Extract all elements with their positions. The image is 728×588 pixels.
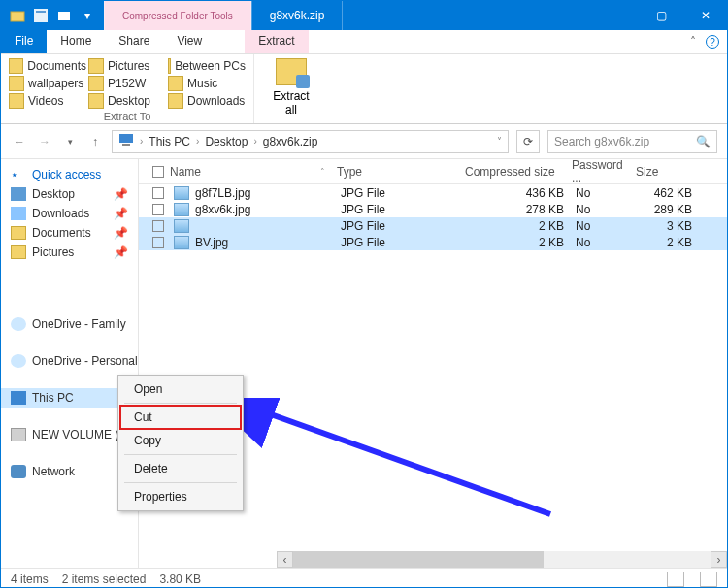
maximize-button[interactable]: ▢ [640,1,683,30]
tab-view[interactable]: View [163,30,215,53]
tree-onedrive-family[interactable]: OneDrive - Family [1,314,138,334]
cell-compressed-size: 2 KB [463,236,570,249]
tree-downloads[interactable]: Downloads📌 [1,204,138,223]
context-menu-copy[interactable]: Copy [120,429,241,452]
row-checkbox[interactable] [152,204,164,215]
tab-share[interactable]: Share [105,30,163,53]
recent-dropdown[interactable]: ▾ [61,133,79,150]
column-size[interactable]: Size [630,165,694,179]
scroll-left-button[interactable]: ‹ [277,551,293,568]
row-checkbox[interactable] [152,220,164,232]
context-menu-delete[interactable]: Delete [120,457,241,480]
ribbon-pin-pictures[interactable]: Pictures [88,58,166,74]
chevron-right-icon[interactable]: › [196,136,199,147]
pin-icon: 📌 [114,245,128,259]
status-selection-size: 3.80 KB [159,572,201,586]
row-checkbox[interactable] [152,237,164,248]
tree-onedrive-personal[interactable]: OneDrive - Personal [1,351,138,371]
ribbon-pin-p152w[interactable]: P152W [88,76,166,91]
breadcrumb-this-pc[interactable]: This PC [149,135,190,148]
extract-all-button[interactable]: Extract all [262,58,320,116]
cell-compressed-size: 436 KB [463,186,570,200]
status-selection-count: 2 items selected [62,572,147,586]
view-details-button[interactable] [667,572,684,587]
ribbon-pin-videos[interactable]: Videos [9,93,86,109]
column-compressed-size[interactable]: Compressed size [459,165,566,179]
address-pc-icon [118,133,134,149]
folder-icon [9,7,26,24]
refresh-button[interactable]: ⟳ [516,130,540,153]
address-bar[interactable]: › This PC › Desktop › g8xv6k.zip ˅ [112,130,509,153]
forward-button[interactable]: → [36,133,53,150]
status-item-count: 4 items [11,572,49,586]
onedrive-icon [11,317,26,331]
table-row[interactable]: BV.jpgJPG File2 KBNo2 KB [139,234,727,250]
ribbon-pin-between-pcs[interactable]: Between PCs [168,58,246,74]
chevron-right-icon[interactable]: › [140,136,143,147]
tab-home[interactable]: Home [47,30,105,53]
tree-documents[interactable]: Documents📌 [1,223,138,243]
tree-pictures[interactable]: Pictures📌 [1,243,138,262]
cell-name: g8f7LB.jpg [168,186,335,200]
drive-icon [11,428,26,441]
select-all-checkbox[interactable] [152,166,164,178]
title-bar: ▾ Compressed Folder Tools g8xv6k.zip ─ ▢… [1,1,727,30]
contextual-tab-compressed: Compressed Folder Tools [104,1,251,30]
ribbon-pin-desktop[interactable]: Desktop [88,93,166,109]
address-dropdown-icon[interactable]: ˅ [497,136,502,147]
column-name[interactable]: Name˄ [164,165,331,179]
chevron-right-icon[interactable]: › [253,136,256,147]
tab-extract[interactable]: Extract [245,30,308,53]
image-file-icon [174,236,189,249]
image-file-icon [174,219,189,233]
close-button[interactable]: ✕ [683,1,727,30]
scroll-right-button[interactable]: › [711,551,727,568]
cell-name: g8xv6k.jpg [168,203,335,216]
documents-icon [11,226,26,240]
sort-asc-icon: ˄ [320,167,325,177]
cell-password: No [570,219,634,233]
column-type[interactable]: Type [331,165,459,179]
up-button[interactable]: ↑ [86,133,104,150]
context-menu-properties[interactable]: Properties [120,485,241,508]
tree-desktop[interactable]: Desktop📌 [1,184,138,204]
table-row[interactable]: g8xv6k.jpgJPG File278 KBNo289 KB [139,201,727,217]
breadcrumb-zip[interactable]: g8xv6k.zip [263,135,318,148]
context-menu-open[interactable]: Open [120,377,241,401]
this-pc-icon [11,391,26,405]
context-menu-separator [124,482,237,483]
table-row[interactable]: g8f7LB.jpgJPG File436 KBNo462 KB [139,184,727,201]
ribbon-collapse-icon[interactable]: ˄ [690,35,696,49]
minimize-button[interactable]: ─ [596,1,640,30]
column-password[interactable]: Password ... [566,159,630,185]
cell-name [168,219,335,233]
row-checkbox[interactable] [152,187,164,199]
view-thumbnails-button[interactable] [700,572,717,587]
help-icon[interactable]: ? [706,35,719,49]
properties-icon[interactable] [32,7,50,24]
ribbon-pin-wallpapers[interactable]: wallpapers [9,76,86,91]
context-menu-cut[interactable]: Cut [120,406,241,429]
star-icon: ⋆ [11,168,26,181]
svg-rect-4 [119,134,133,143]
horizontal-scrollbar[interactable]: ‹ › [277,551,727,568]
qat-dropdown-icon[interactable]: ▾ [79,7,96,24]
tab-file[interactable]: File [1,30,47,53]
table-row[interactable]: JPG File2 KBNo3 KB [139,217,727,234]
ribbon-pin-documents[interactable]: Documents [9,58,86,74]
ribbon-pin-downloads[interactable]: Downloads [168,93,246,109]
scroll-thumb[interactable] [293,551,544,568]
new-folder-icon[interactable] [55,7,73,24]
navigation-bar: ← → ▾ ↑ › This PC › Desktop › g8xv6k.zip… [1,124,727,159]
svg-rect-2 [36,11,46,13]
desktop-icon [11,187,26,201]
cell-password: No [570,186,634,200]
breadcrumb-desktop[interactable]: Desktop [205,135,248,148]
back-button[interactable]: ← [11,133,28,150]
pictures-icon [11,245,26,259]
ribbon-pin-music[interactable]: Music [168,76,246,91]
status-bar: 4 items 2 items selected 3.80 KB [1,568,727,588]
search-box[interactable]: Search g8xv6k.zip 🔍 [547,130,717,153]
search-placeholder: Search g8xv6k.zip [554,135,649,148]
tree-quick-access[interactable]: ⋆Quick access [1,165,138,184]
